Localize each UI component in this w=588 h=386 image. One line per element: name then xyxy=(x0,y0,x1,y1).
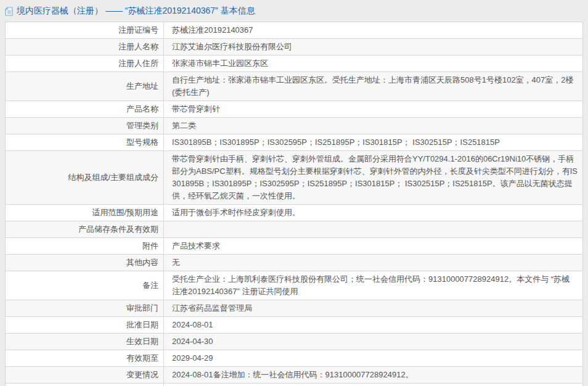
row-label-text: 附件 xyxy=(142,241,158,250)
table-row: 型号规格 IS301895B；IS301895P；IS302595P；IS251… xyxy=(6,134,583,151)
row-label: 其他内容 xyxy=(6,255,164,271)
row-label: 产品储存条件及有效期 xyxy=(6,221,164,238)
row-label-text: 适用范围/预期用途 xyxy=(92,208,158,217)
row-label: 结构及组成/主要组成成分 xyxy=(6,151,164,205)
row-value: 2024-08-01备注增加：统一社会信用代码：9131000077289249… xyxy=(164,367,583,384)
table-row: 注 详情 xyxy=(6,384,583,386)
table-row: 批准日期 2024-08-01 xyxy=(6,317,583,334)
row-label-text: 其他内容 xyxy=(126,258,158,267)
row-label: 变更情况 xyxy=(6,367,164,384)
document-icon xyxy=(5,7,14,16)
row-label: 生产地址 xyxy=(6,72,164,101)
table-row: 结构及组成/主要组成成分 带芯骨穿刺针由手柄、穿刺针芯、穿刺外管组成。金属部分采… xyxy=(6,151,583,205)
row-value: 2024-04-30 xyxy=(164,334,583,350)
row-label-text: 审批部门 xyxy=(126,303,158,313)
row-value: 产品技术要求 xyxy=(164,238,583,255)
row-value: 带芯骨穿刺针 xyxy=(164,101,583,118)
row-value: 无 xyxy=(164,255,583,271)
row-label-text: 产品储存条件及有效期 xyxy=(78,224,158,234)
row-label-text: 注册人住所 xyxy=(118,59,158,68)
page-header: 境内医疗器械（注册） —— “苏械注准20192140367” 基本信息 xyxy=(0,0,588,21)
row-value: 自行生产地址：张家港市锦丰工业园区东区。受托生产地址：上海市青浦区天辰路508号… xyxy=(164,72,583,101)
row-label-text: 注册证编号 xyxy=(118,25,158,35)
row-label: 备注 xyxy=(6,271,164,300)
row-label-text: 备注 xyxy=(142,281,158,290)
table-row: 注册人名称 江苏艾迪尔医疗科技股份有限公司 xyxy=(6,39,583,55)
page-title: 境内医疗器械（注册） —— “苏械注准20192140367” 基本信息 xyxy=(17,6,255,17)
row-value: 2029-04-29 xyxy=(164,350,583,367)
row-value: 带芯骨穿刺针由手柄、穿刺针芯、穿刺外管组成。金属部分采用符合YY/T0294.1… xyxy=(164,151,583,205)
table-row: 有效期至 2029-04-29 xyxy=(6,350,583,367)
row-value: 江苏艾迪尔医疗科技股份有限公司 xyxy=(164,39,583,55)
row-value: 适用于微创手术时作经皮穿刺使用。 xyxy=(164,205,583,221)
table-row: 生产地址 自行生产地址：张家港市锦丰工业园区东区。受托生产地址：上海市青浦区天辰… xyxy=(6,72,583,101)
row-label: 产品名称 xyxy=(6,101,164,118)
table-row: 适用范围/预期用途 适用于微创手术时作经皮穿刺使用。 xyxy=(6,205,583,221)
table-row: 产品储存条件及有效期 xyxy=(6,221,583,238)
row-value: 苏械注准20192140367 xyxy=(164,22,583,39)
row-value: 受托生产企业：上海凯利泰医疗科技股份有限公司；统一社会信用代码：91310000… xyxy=(164,271,583,300)
row-label: 附件 xyxy=(6,238,164,255)
row-value xyxy=(164,221,583,238)
table-row: 生效日期 2024-04-30 xyxy=(6,334,583,350)
info-table: 注册证编号 苏械注准20192140367 注册人名称 江苏艾迪尔医疗科技股份有… xyxy=(5,22,583,386)
table-row: 附件 产品技术要求 xyxy=(6,238,583,255)
row-label-text: 型号规格 xyxy=(126,138,158,147)
row-label: 批准日期 xyxy=(6,317,164,334)
table-row: 注册证编号 苏械注准20192140367 xyxy=(6,22,583,39)
row-label-text: 有效期至 xyxy=(126,353,158,363)
row-label-text: 管理类别 xyxy=(126,121,158,130)
row-label: 生效日期 xyxy=(6,334,164,350)
row-value: 详情 xyxy=(164,384,583,386)
row-label-text: 结构及组成/主要组成成分 xyxy=(68,173,158,182)
row-label-text: 产品名称 xyxy=(126,104,158,113)
row-label: 注册证编号 xyxy=(6,22,164,39)
row-label: 注 xyxy=(6,384,164,386)
row-label-text: 变更情况 xyxy=(126,370,158,379)
row-label: 审批部门 xyxy=(6,300,164,317)
row-label: 型号规格 xyxy=(6,134,164,151)
table-row: 审批部门 江苏省药品监督管理局 xyxy=(6,300,583,317)
table-row: 其他内容 无 xyxy=(6,255,583,271)
row-label: 有效期至 xyxy=(6,350,164,367)
table-row: 注册人住所 张家港市锦丰工业园区东区 xyxy=(6,55,583,72)
table-row: 变更情况 2024-08-01备注增加：统一社会信用代码：91310000772… xyxy=(6,367,583,384)
row-label: 管理类别 xyxy=(6,118,164,134)
row-value: 江苏省药品监督管理局 xyxy=(164,300,583,317)
table-row: 备注 受托生产企业：上海凯利泰医疗科技股份有限公司；统一社会信用代码：91310… xyxy=(6,271,583,300)
row-label-text: 生效日期 xyxy=(126,337,158,346)
row-value: 第二类 xyxy=(164,118,583,134)
row-label: 注册人名称 xyxy=(6,39,164,55)
row-value: 2024-08-01 xyxy=(164,317,583,334)
row-label-text: 注册人名称 xyxy=(118,42,158,51)
row-label: 适用范围/预期用途 xyxy=(6,205,164,221)
row-label: 注册人住所 xyxy=(6,55,164,72)
row-value: 张家港市锦丰工业园区东区 xyxy=(164,55,583,72)
row-value: IS301895B；IS301895P；IS302595P；IS251895P；… xyxy=(164,134,583,151)
row-label-text: 批准日期 xyxy=(126,320,158,329)
info-table-body: 注册证编号 苏械注准20192140367 注册人名称 江苏艾迪尔医疗科技股份有… xyxy=(6,22,583,386)
table-row: 管理类别 第二类 xyxy=(6,118,583,134)
row-label-text: 生产地址 xyxy=(126,81,158,91)
table-row: 产品名称 带芯骨穿刺针 xyxy=(6,101,583,118)
